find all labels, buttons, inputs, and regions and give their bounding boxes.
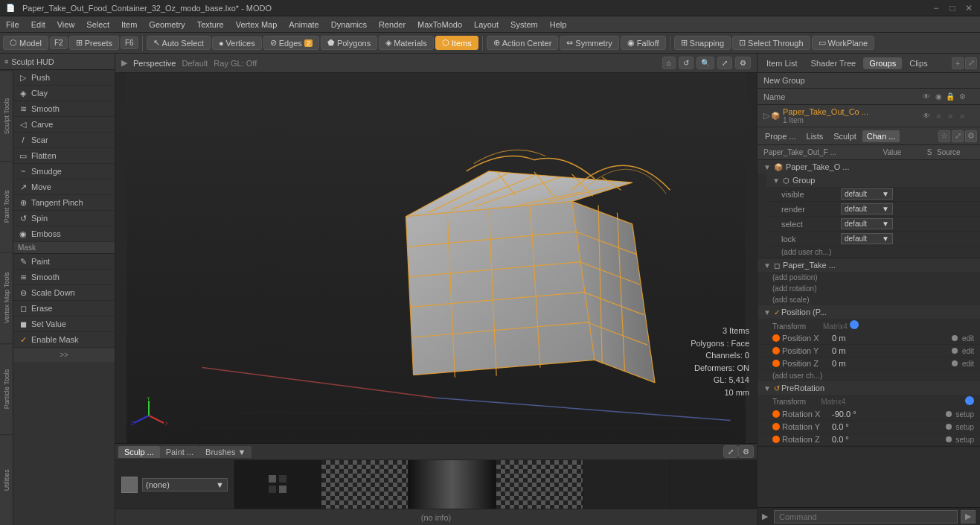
render-dropdown[interactable]: default ▼	[841, 203, 893, 214]
tool-flatten[interactable]: ▭ Flatten	[13, 148, 115, 164]
tab-paint[interactable]: Paint ...	[160, 446, 199, 458]
tool-scar[interactable]: / Scar	[13, 133, 115, 148]
tab-groups[interactable]: Groups	[863, 57, 902, 69]
vertex-map-tab[interactable]: Vertex Map Tools	[0, 252, 13, 343]
add-rotation-action[interactable]: (add rotation)	[758, 283, 980, 294]
item-section-header[interactable]: ▼ ◻ Paper_Take ...	[758, 258, 980, 272]
viewport-mode-label[interactable]: Perspective	[133, 59, 176, 68]
items-button[interactable]: ⬡ Items	[435, 36, 478, 50]
props-expand-icon[interactable]: ⤢	[952, 130, 964, 142]
mask-scale-down[interactable]: ⊖ Scale Down	[13, 285, 115, 301]
viewport-home-button[interactable]: ⌂	[662, 57, 676, 69]
menu-layout[interactable]: Layout	[468, 19, 505, 31]
menu-texture[interactable]: Texture	[191, 19, 230, 31]
viewport-expand-button[interactable]: ⤢	[717, 57, 732, 69]
mode-f6-button[interactable]: F6	[121, 36, 138, 49]
scene-eye-icon[interactable]: 👁	[921, 111, 932, 121]
tab-brushes[interactable]: Brushes ▼	[199, 446, 252, 458]
paint-tools-tab[interactable]: Paint Tools	[0, 161, 13, 252]
workplane-button[interactable]: ▭ WorkPlane	[812, 36, 875, 50]
add-scale-action[interactable]: (add scale)	[758, 294, 980, 305]
sculpt-tools-tab[interactable]: Sculpt Tools	[0, 70, 13, 161]
add-user-ch-action[interactable]: (add user ch...)	[766, 246, 980, 258]
materials-button[interactable]: ◈ Materials	[379, 36, 434, 50]
add-user-ch-2-action[interactable]: (add user ch...)	[758, 370, 980, 381]
tab-lists[interactable]: Lists	[802, 130, 828, 142]
viewport-rotate-button[interactable]: ↺	[679, 57, 694, 69]
bottom-settings-button[interactable]: ⚙	[738, 445, 754, 458]
menu-dynamics[interactable]: Dynamics	[325, 19, 373, 31]
tool-tangent-pinch[interactable]: ⊕ Tangent Pinch	[13, 195, 115, 211]
group-header[interactable]: ▼ ⬡ Group	[766, 174, 980, 187]
minimize-button[interactable]: −	[931, 3, 941, 13]
select-dropdown[interactable]: default ▼	[841, 218, 893, 229]
menu-help[interactable]: Help	[544, 19, 573, 31]
menu-select[interactable]: Select	[80, 19, 115, 31]
mask-smooth[interactable]: ≋ Smooth	[13, 270, 115, 285]
tool-move[interactable]: ↗ Move	[13, 179, 115, 195]
viewport-controls[interactable]: ⌂ ↺ 🔍 ⤢ ⚙	[662, 57, 751, 69]
prerotation-section-header[interactable]: ▼ ↺ PreRotation	[758, 381, 980, 395]
props-star-icon[interactable]: ☆	[938, 130, 950, 142]
scene-lock-icon[interactable]: ○	[945, 111, 955, 121]
tool-clay[interactable]: ◈ Clay	[13, 86, 115, 101]
bottom-expand-button[interactable]: ⤢	[723, 445, 738, 458]
utilities-tab[interactable]: Utilities	[0, 434, 13, 525]
auto-select-button[interactable]: ↖ Auto Select	[147, 36, 211, 50]
position-section-header[interactable]: ▼ ✓ Position (P...	[758, 305, 980, 319]
tab-properties[interactable]: Prope ...	[760, 130, 801, 142]
snapping-button[interactable]: ⊞ Snapping	[674, 36, 731, 50]
tab-sculpt[interactable]: Sculpt	[829, 130, 861, 142]
viewport-settings-button[interactable]: ⚙	[735, 57, 751, 69]
polygons-button[interactable]: ⬟ Polygons	[321, 36, 377, 50]
expand-button[interactable]: >>	[13, 348, 115, 362]
rot-x-setup-btn[interactable]: setup	[956, 410, 974, 419]
symmetry-button[interactable]: ⇔ Symmetry	[560, 36, 619, 50]
3d-viewport[interactable]: 3 Items Polygons : Face Channels: 0 Defo…	[115, 73, 757, 443]
pos-y-edit-btn[interactable]: edit	[962, 347, 974, 355]
edges-button[interactable]: ⊘ Edges 2	[263, 36, 319, 50]
props-settings-icon[interactable]: ⚙	[965, 130, 977, 142]
tool-smooth[interactable]: ≋ Smooth	[13, 101, 115, 117]
prop-section-root-header[interactable]: ▼ 📦 Paper_Take_O ...	[758, 160, 980, 174]
viewport-ray-label[interactable]: Ray GL: Off	[214, 59, 257, 68]
scene-expand-icon[interactable]: ⤢	[965, 57, 977, 69]
command-run-button[interactable]: ▶	[961, 510, 976, 524]
action-center-button[interactable]: ⊕ Action Center	[487, 36, 559, 50]
menu-item[interactable]: Item	[115, 19, 143, 31]
viewport-shading-label[interactable]: Default	[182, 59, 208, 68]
menu-geometry[interactable]: Geometry	[143, 19, 190, 31]
tab-clips[interactable]: Clips	[903, 57, 933, 69]
maximize-button[interactable]: □	[947, 3, 958, 13]
tool-emboss[interactable]: ◉ Emboss	[13, 226, 115, 242]
mask-paint[interactable]: ✎ Paint	[13, 254, 115, 270]
prerot-link-circle[interactable]	[965, 396, 974, 405]
mask-set-value[interactable]: ◼ Set Value	[13, 316, 115, 332]
visible-dropdown[interactable]: default ▼	[841, 188, 893, 200]
menu-edit[interactable]: Edit	[25, 19, 51, 31]
vertices-button[interactable]: ● Vertices	[212, 36, 262, 50]
tool-spin[interactable]: ↺ Spin	[13, 211, 115, 226]
scene-item-icons[interactable]: 👁 ○ ○ ○	[915, 111, 974, 121]
menu-render[interactable]: Render	[373, 19, 411, 31]
scene-add-icon[interactable]: +	[952, 57, 964, 69]
rot-y-setup-btn[interactable]: setup	[956, 423, 974, 431]
falloff-button[interactable]: ◉ Falloff	[621, 36, 666, 50]
mask-enable[interactable]: ✓ Enable Mask	[13, 332, 115, 348]
select-through-button[interactable]: ⊡ Select Through	[732, 36, 810, 50]
new-group-label[interactable]: New Group	[763, 76, 805, 85]
tab-shader-tree[interactable]: Shader Tree	[805, 57, 862, 69]
mode-f2-button[interactable]: F2	[50, 36, 68, 49]
close-button[interactable]: ✕	[964, 3, 974, 13]
sculpt-hud-header[interactable]: ≡ Sculpt HUD	[0, 54, 115, 70]
presets-button[interactable]: ⊞ Presets	[69, 36, 119, 50]
tool-smudge[interactable]: ~ Smudge	[13, 164, 115, 179]
scene-settings-icon[interactable]: ○	[957, 111, 967, 121]
tab-item-list[interactable]: Item List	[760, 57, 804, 69]
rot-z-setup-btn[interactable]: setup	[956, 436, 974, 444]
pos-z-edit-btn[interactable]: edit	[962, 360, 974, 368]
material-dropdown[interactable]: (none) ▼	[142, 478, 228, 491]
lock-dropdown[interactable]: default ▼	[841, 233, 893, 244]
pos-link-circle[interactable]	[850, 320, 859, 329]
scene-expand-triangle[interactable]: ▷	[763, 111, 769, 121]
